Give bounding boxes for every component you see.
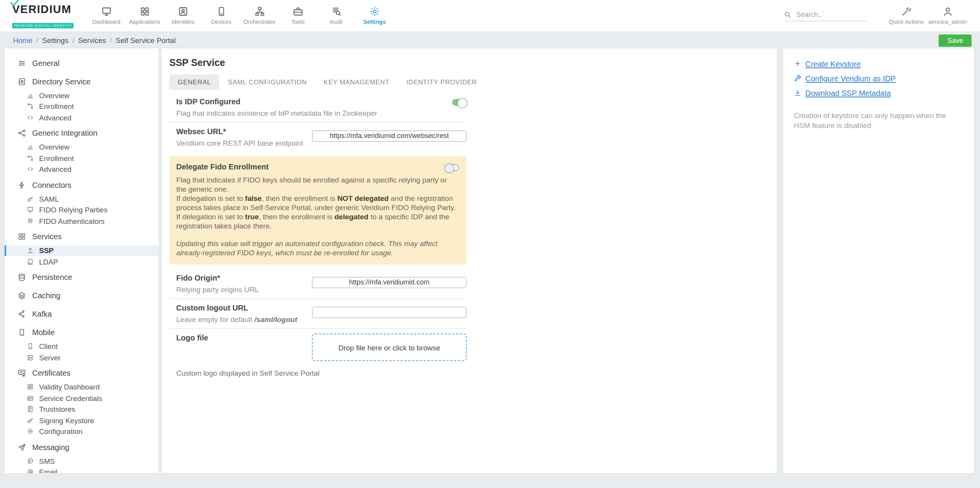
kafka-icon: [18, 310, 26, 318]
websec-url-input[interactable]: [312, 130, 467, 141]
nav-item-settings[interactable]: Settings: [355, 6, 393, 25]
sidebar-item-fido-authenticators[interactable]: FIDO Authenticators: [5, 215, 159, 227]
send-icon: [18, 443, 26, 451]
logo-footnote: Custom logo displayed in Self Service Po…: [169, 366, 467, 377]
sidebar-item-fido-relying-parties[interactable]: FIDO Relying Parties: [5, 204, 159, 215]
field-custom-logout-url: Custom logout URL Leave empty for defaul…: [169, 299, 467, 329]
breadcrumb-separator: /: [36, 36, 38, 44]
sidebar-item-services[interactable]: Services: [5, 228, 159, 245]
sidebar-item-configuration[interactable]: Configuration: [5, 426, 159, 437]
tab-general[interactable]: GENERAL: [169, 74, 220, 90]
sidebar-item-label: Generic Integration: [32, 129, 97, 137]
sidebar-item-label: Overview: [39, 91, 69, 100]
address-book-icon: [18, 77, 26, 85]
sidebar-item-advanced[interactable]: Advanced: [5, 164, 159, 175]
sidebar-item-general[interactable]: General: [5, 54, 159, 71]
action-configure-veridium-as-idp[interactable]: Configure Veridium as IDP: [794, 74, 954, 83]
sidebar-item-truststores[interactable]: Truststores: [5, 404, 159, 415]
sidebar-item-messaging[interactable]: Messaging: [5, 439, 159, 455]
sidebar-item-label: Configuration: [39, 427, 82, 436]
sidebar-item-mobile[interactable]: Mobile: [5, 324, 159, 341]
custom-logout-url-input[interactable]: [312, 306, 467, 318]
sidebar-item-sms[interactable]: SMS: [5, 455, 159, 467]
sidebar-item-generic-integration[interactable]: Generic Integration: [5, 125, 159, 141]
sidebar-item-ldap[interactable]: LDAP: [5, 256, 159, 267]
sidebar-item-advanced[interactable]: Advanced: [5, 112, 159, 123]
audit-icon: [331, 6, 341, 17]
sidebar-item-email[interactable]: Email: [5, 467, 159, 473]
sidebar-item-label: FIDO Authenticators: [39, 217, 105, 225]
sidebar-item-label: Mobile: [32, 328, 55, 337]
sidebar-item-label: General: [32, 59, 59, 67]
tab-saml-configuration[interactable]: SAML CONFIGURATION: [220, 74, 315, 90]
veridium-logo[interactable]: VERIDIUM TRUSTED DIGITAL IDENTITY: [12, 2, 73, 30]
sidebar-item-caching[interactable]: Caching: [5, 287, 159, 304]
dashboard-icon: [101, 6, 111, 17]
sidebar-item-label: Advanced: [39, 113, 72, 122]
ssp-tabs: GENERALSAML CONFIGURATIONKEY MANAGEMENTI…: [169, 74, 769, 90]
sidebar-item-service-credentials[interactable]: Service Credentials: [5, 393, 159, 404]
sidebar-item-persistence[interactable]: Persistence: [5, 269, 159, 286]
nav-item-quick-actions[interactable]: Quick Actions: [887, 6, 926, 25]
sidebar-item-connectors[interactable]: Connectors: [5, 176, 159, 193]
nav-item-label: Settings: [363, 18, 386, 25]
veridium-admin-console: VERIDIUM TRUSTED DIGITAL IDENTITY Dashbo…: [0, 0, 980, 488]
sidebar-item-client[interactable]: Client: [5, 341, 159, 352]
breadcrumb-home[interactable]: Home: [13, 36, 33, 44]
breadcrumb-services[interactable]: Services: [78, 36, 106, 44]
breadcrumb-separator: /: [110, 36, 112, 44]
sidebar-item-overview[interactable]: Overview: [5, 141, 159, 153]
actions-panel: Create KeystoreConfigure Veridium as IDP…: [783, 48, 974, 473]
action-create-keystore[interactable]: Create Keystore: [794, 59, 954, 68]
search-input[interactable]: [796, 10, 867, 18]
layers-icon: [18, 291, 26, 300]
sidebar-item-label: Messaging: [32, 443, 69, 451]
sidebar-item-overview[interactable]: Overview: [5, 90, 159, 101]
save-button[interactable]: Save: [939, 34, 972, 46]
fido-origin-input[interactable]: [312, 276, 467, 288]
smartphone-icon: [18, 328, 26, 337]
sidebar-item-enrollment[interactable]: Enrollment: [5, 153, 159, 164]
logo-dropzone[interactable]: Drop file here or click to browse: [312, 334, 467, 361]
sidebar-item-directory-service[interactable]: Directory Service: [5, 73, 159, 90]
nav-item-aencica-admin[interactable]: aencica_admin: [926, 6, 969, 25]
nav-item-identities[interactable]: Identities: [164, 6, 202, 25]
sidebar-item-label: Caching: [32, 291, 60, 300]
sidebar-item-server[interactable]: Server: [5, 352, 159, 363]
zap-icon: [18, 181, 26, 189]
field-websec-url: Websec URL* Veridium core REST API base …: [169, 123, 467, 152]
primary-navigation: DashboardApplicationsIdentitiesDevicesOr…: [87, 6, 393, 25]
sidebar-item-ssp[interactable]: SSP: [5, 245, 159, 256]
idp-configured-toggle[interactable]: [452, 99, 467, 106]
sidebar-item-label: Certificates: [32, 369, 70, 377]
tab-identity-provider[interactable]: IDENTITY PROVIDER: [398, 74, 485, 90]
sidebar-item-label: Connectors: [32, 181, 71, 189]
nav-item-applications[interactable]: Applications: [125, 6, 164, 25]
sidebar-item-label: Enrollment: [39, 154, 74, 163]
sidebar-item-label: SSP: [39, 246, 54, 255]
settings-sidebar: GeneralDirectory ServiceOverviewEnrollme…: [5, 48, 159, 473]
nav-item-audit[interactable]: Audit: [317, 6, 355, 25]
sidebar-item-saml[interactable]: SAML: [5, 193, 159, 204]
brand-name: VERIDIUM: [12, 3, 72, 15]
delegate-description-paragraph: If delegation is set to false, then the …: [176, 194, 459, 212]
action-download-ssp-metadata[interactable]: Download SSP Metadata: [794, 88, 954, 97]
sidebar-item-certificates[interactable]: Certificates: [5, 365, 159, 381]
tab-key-management[interactable]: KEY MANAGEMENT: [315, 74, 398, 90]
delegate-fido-toggle[interactable]: [444, 164, 459, 171]
key-icon: [27, 196, 34, 202]
nav-item-tools[interactable]: Tools: [279, 6, 317, 25]
breadcrumb-settings[interactable]: Settings: [42, 36, 69, 44]
sidebar-item-kafka[interactable]: Kafka: [5, 306, 159, 322]
nav-item-orchestrator[interactable]: Orchestrator: [240, 6, 279, 25]
field-description: Flag that indicates existence of IdP met…: [176, 109, 467, 117]
search-icon: [784, 10, 792, 18]
nav-item-label: Quick Actions: [889, 18, 924, 25]
identities-icon: [177, 6, 188, 17]
field-is-idp-configured: Is IDP Configured Flag that indicates ex…: [169, 93, 467, 123]
sidebar-item-enrollment[interactable]: Enrollment: [5, 101, 159, 112]
sidebar-item-validity-dashboard[interactable]: Validity Dashboard: [5, 381, 159, 393]
nav-item-dashboard[interactable]: Dashboard: [87, 6, 125, 25]
nav-item-devices[interactable]: Devices: [202, 6, 240, 25]
sidebar-item-signing-keystore[interactable]: Signing Keystore: [5, 415, 159, 426]
